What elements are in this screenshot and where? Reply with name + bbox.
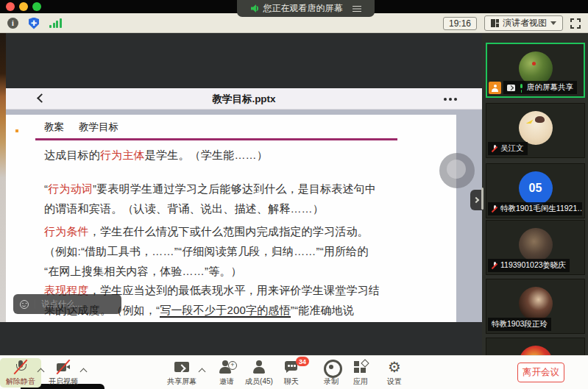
- participants-sidebar: 唐的屏幕共享吴江文05特教1901毛闰生11921…1193901023姜晓庆特…: [482, 33, 588, 355]
- chevron-right-icon: [473, 197, 479, 203]
- slide-paragraph: 行为条件，学生在什么情况下或什么范围内完成指定的学习活动。（例如:“借助工具书，…: [44, 221, 434, 281]
- watching-screen-text: 您正在观看唐的屏幕: [263, 2, 343, 15]
- slide-line: 行为条件，学生在什么情况下或什么范围内完成指定的学习活动。: [44, 221, 434, 241]
- members-icon: [250, 360, 268, 375]
- view-mode-label: 演讲者视图: [503, 17, 547, 29]
- more-options-icon[interactable]: [444, 98, 447, 101]
- quick-chat-input[interactable]: 说点什么...: [13, 294, 121, 314]
- participant-name: 特教1901毛闰生11921…: [500, 204, 582, 214]
- unmute-icon: [12, 360, 29, 375]
- network-signal-icon[interactable]: [49, 18, 62, 28]
- slide-text-segment: ”“能准确地说: [291, 304, 354, 316]
- leave-meeting-button[interactable]: 离开会议: [517, 363, 564, 382]
- toolbar-apps-label: 应用: [353, 376, 368, 387]
- toolbar-start-video-label: 开启视频: [49, 376, 78, 387]
- record-icon: [322, 360, 340, 375]
- slide-paragraph: “行为动词”要表明学生通过学习之后能够达到什么，是目标表述句中的谓语和宾语。（认…: [44, 179, 434, 218]
- chevron-up-icon[interactable]: [81, 368, 87, 374]
- slide-text-segment: 行为主体: [100, 149, 145, 161]
- toolbar-invite-label: 邀请: [219, 376, 234, 387]
- emoji-icon[interactable]: [20, 300, 29, 309]
- document-header: 教学目标.pptx: [6, 88, 482, 110]
- slide-line: （例如:“借助工具书，……”“仔细阅读第几段，归纳……”“用所给的: [44, 241, 434, 261]
- minimize-window-button[interactable]: [19, 2, 28, 11]
- toolbar-unmute-button[interactable]: 解除静音: [0, 358, 41, 388]
- security-shield-icon[interactable]: ✚: [29, 18, 39, 29]
- toolbar-chat-button[interactable]: 34聊天: [271, 358, 312, 388]
- mic-muted-icon: [492, 145, 497, 153]
- host-badge-icon: [489, 82, 501, 94]
- participant-avatar: [519, 111, 553, 145]
- participant-tile[interactable]: 05特教1901毛闰生11921…: [486, 163, 585, 218]
- meeting-window: 您正在观看唐的屏幕 i ✚ 19:16 演讲者视图 教: [0, 0, 588, 389]
- toolbar-members-label: 成员(45): [245, 376, 273, 387]
- screen-share-icon: [507, 85, 515, 91]
- chat-placeholder: 说点什么...: [41, 299, 82, 310]
- participant-avatar: [519, 228, 553, 262]
- apps-icon: [352, 360, 369, 375]
- toolbar-share-screen-button[interactable]: 共享屏幕: [161, 358, 202, 388]
- chevron-up-icon[interactable]: [199, 368, 205, 374]
- slide-text-segment: ，学生在什么情况下或什么范围内完成指定的学习活动。: [89, 225, 369, 238]
- slide-text-segment: （例如:“借助工具书，……”“仔细阅读第几段，归纳……”“用所给的: [44, 245, 369, 257]
- participant-label: 特教1901毛闰生11921…: [488, 202, 582, 215]
- participant-name: 唐的屏幕共享: [527, 82, 573, 93]
- tab-jiaoxue-mubiao[interactable]: 教学目标: [79, 121, 118, 134]
- toolbar-share-screen-label: 共享屏幕: [167, 376, 196, 387]
- slide-line: “在网上搜集相关内容，体验……”等。）: [44, 261, 434, 281]
- view-mode-selector[interactable]: 演讲者视图: [484, 15, 563, 31]
- slide-text-segment: 行为条件: [44, 225, 89, 238]
- participant-label: 特教1903段正玲: [488, 318, 551, 331]
- participant-avatar: 05: [519, 171, 553, 205]
- participant-tile[interactable]: 吴江文: [486, 103, 585, 158]
- shared-screen-area: 教学目标.pptx 教案教学目标 达成目标的行为主体是学生。（学生能……）“行为…: [0, 33, 588, 355]
- bullet-marker: [15, 129, 18, 132]
- toolbar-settings-label: 设置: [387, 376, 402, 387]
- participant-name: 吴江文: [500, 143, 524, 154]
- invite-icon: [218, 360, 235, 375]
- start-video-icon: [54, 360, 72, 375]
- participant-tile[interactable]: 特教1903段正玲: [486, 279, 585, 334]
- participant-name: 特教1903段正玲: [492, 319, 548, 329]
- slide-text-segment: 行为动词: [48, 182, 93, 195]
- toolbar-start-video-button[interactable]: 开启视频: [43, 358, 84, 388]
- settings-icon: ⚙: [386, 360, 403, 375]
- share-screen-icon: [173, 360, 191, 375]
- floating-assistive-button[interactable]: [439, 153, 475, 188]
- participant-label: 1193901023姜晓庆: [488, 259, 570, 272]
- close-window-button[interactable]: [6, 2, 15, 11]
- tab-jiaoan[interactable]: 教案: [44, 121, 64, 134]
- zoom-window-button[interactable]: [32, 2, 41, 11]
- participant-tile[interactable]: 唐的屏幕共享: [486, 43, 585, 98]
- participant-name: 1193901023姜晓庆: [500, 260, 566, 271]
- meeting-toolbar: 离开会议 解除静音开启视频共享屏幕邀请成员(45)34聊天录制应用⚙设置: [0, 355, 588, 389]
- mic-muted-icon: [492, 262, 497, 270]
- divider: [35, 299, 35, 309]
- toolbar-chat-label: 聊天: [284, 376, 299, 387]
- sidebar-scroll-handle[interactable]: [481, 188, 483, 210]
- speaker-wave-icon: [256, 6, 258, 11]
- desktop-background-sliver: [0, 33, 6, 322]
- meeting-info-icon[interactable]: i: [7, 18, 18, 29]
- mic-muted-icon: [492, 205, 497, 213]
- document-tabs: 教案教学目标: [44, 121, 118, 134]
- document-title: 教学目标.pptx: [6, 93, 482, 106]
- chevron-down-icon: [550, 21, 556, 25]
- fullscreen-button[interactable]: [570, 18, 581, 29]
- speaker-icon: [251, 4, 260, 13]
- watching-screen-banner[interactable]: 您正在观看唐的屏幕: [237, 0, 375, 17]
- participant-tile[interactable]: 1193901023姜晓庆: [486, 220, 585, 275]
- slide-text-segment: “在网上搜集相关内容，体验……”等。）: [44, 265, 242, 277]
- banner-menu-icon[interactable]: [353, 5, 361, 13]
- participant-label: 吴江文: [488, 142, 528, 155]
- toolbar-settings-button[interactable]: ⚙设置: [374, 358, 415, 388]
- slide-paragraph: 达成目标的行为主体是学生。（学生能……）: [44, 145, 434, 165]
- slide-line: 阅读《游褒禅山记》一文，“学生能将文中叙述事件与发表议论的句子分: [44, 320, 434, 322]
- chat-badge: 34: [296, 357, 309, 366]
- slide-text-segment: ，学生应当达到的最低表现水平，用来评价学生课堂学习结: [89, 284, 380, 296]
- slide-page: 教案教学目标 达成目标的行为主体是学生。（学生能……）“行为动词”要表明学生通过…: [6, 115, 456, 322]
- slide-text-segment: 是学生。（学生能……）: [145, 149, 268, 161]
- slide-text-segment: 写一段不少于200字的感悟: [160, 304, 291, 318]
- participant-avatar: [519, 287, 553, 321]
- layout-icon: [491, 19, 499, 27]
